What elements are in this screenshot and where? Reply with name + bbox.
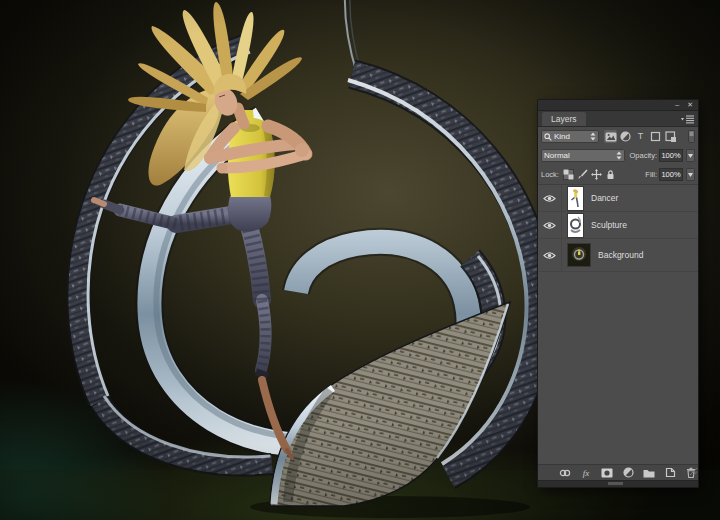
eye-icon — [543, 221, 556, 230]
panel-toolbar: fx — [538, 464, 698, 480]
blend-mode-value: Normal — [544, 151, 570, 160]
lock-label: Lock: — [541, 170, 559, 179]
filter-type-layers-button[interactable]: T — [634, 130, 647, 143]
filter-adjustment-layers-button[interactable] — [619, 130, 632, 143]
scrollbar-handle[interactable] — [608, 482, 623, 485]
filter-row: Kind T — [538, 127, 698, 146]
new-layer-icon — [665, 467, 676, 478]
layer-mask-icon — [601, 468, 613, 478]
blend-mode-select[interactable]: Normal — [541, 149, 625, 162]
dropdown-arrow-icon — [688, 173, 693, 177]
layers-list: Dancer Sculpture — [538, 185, 698, 464]
lock-pixels-brush-icon[interactable] — [577, 169, 588, 180]
panel-resize-grip[interactable] — [689, 461, 697, 479]
lock-row: Lock: Fill: 100% — [538, 165, 698, 185]
lock-position-icon[interactable] — [591, 169, 602, 180]
lock-transparency-icon[interactable] — [563, 169, 574, 180]
layer-visibility-toggle[interactable] — [538, 185, 562, 211]
adjustment-circle-icon — [623, 467, 634, 478]
fill-dropdown-button[interactable] — [686, 168, 695, 181]
folder-icon — [643, 468, 655, 478]
resize-grip-icon — [689, 467, 697, 475]
eye-icon — [543, 251, 556, 260]
filter-smart-object-button[interactable] — [664, 130, 677, 143]
layer-visibility-toggle[interactable] — [538, 239, 562, 271]
opacity-dropdown-button[interactable] — [686, 149, 695, 162]
layer-row-background[interactable]: Background — [538, 239, 698, 272]
lock-icons — [563, 169, 616, 180]
dropdown-arrow-icon — [688, 154, 693, 158]
filter-pixel-layers-button[interactable] — [604, 130, 617, 143]
layer-visibility-toggle[interactable] — [538, 212, 562, 238]
filter-toggle-switch[interactable] — [688, 130, 695, 143]
fx-icon: fx — [583, 467, 590, 479]
layer-row-sculpture[interactable]: Sculpture — [538, 212, 698, 239]
opacity-value[interactable]: 100% — [659, 149, 683, 162]
panel-menu-button[interactable] — [681, 115, 695, 124]
layers-panel: – ✕ Layers Kind — [538, 100, 698, 487]
search-icon — [544, 133, 552, 141]
fill-value[interactable]: 100% — [659, 168, 683, 181]
close-button[interactable]: ✕ — [687, 100, 693, 110]
layer-thumbnail[interactable] — [568, 214, 583, 237]
adjustment-circle-icon — [620, 131, 631, 142]
blend-row: Normal Opacity: 100% — [538, 146, 698, 165]
link-icon — [559, 469, 571, 477]
link-layers-button[interactable] — [559, 467, 571, 479]
layer-name: Background — [598, 250, 643, 260]
add-layer-mask-button[interactable] — [601, 467, 613, 479]
lock-all-padlock-icon[interactable] — [605, 169, 616, 180]
layer-name: Sculpture — [591, 220, 627, 230]
updown-arrows-icon — [616, 151, 622, 160]
fill-label: Fill: — [645, 170, 657, 179]
updown-arrows-icon — [590, 132, 596, 141]
new-layer-button[interactable] — [664, 467, 676, 479]
layer-thumbnail[interactable] — [568, 187, 583, 210]
new-adjustment-layer-button[interactable] — [622, 467, 634, 479]
layer-row-dancer[interactable]: Dancer — [538, 185, 698, 212]
new-group-button[interactable] — [643, 467, 655, 479]
shape-icon — [650, 131, 661, 142]
smart-object-icon — [665, 131, 677, 143]
layer-name: Dancer — [591, 193, 618, 203]
panel-window-strip: – ✕ — [538, 100, 698, 111]
panel-tab-bar: Layers — [538, 111, 698, 127]
layer-style-button[interactable]: fx — [580, 467, 592, 479]
filter-shape-layers-button[interactable] — [649, 130, 662, 143]
kind-filter-label: Kind — [554, 132, 570, 141]
eye-icon — [543, 194, 556, 203]
tab-layers[interactable]: Layers — [542, 112, 586, 126]
panel-bottom-strip — [538, 480, 698, 487]
kind-filter-select[interactable]: Kind — [541, 130, 599, 143]
filter-icons: T — [604, 130, 677, 143]
minimize-button[interactable]: – — [675, 100, 679, 110]
image-icon — [605, 132, 617, 142]
panel-menu-icon — [681, 115, 695, 124]
type-icon: T — [638, 132, 644, 141]
layer-thumbnail[interactable] — [568, 244, 590, 266]
opacity-label: Opacity: — [629, 151, 657, 160]
